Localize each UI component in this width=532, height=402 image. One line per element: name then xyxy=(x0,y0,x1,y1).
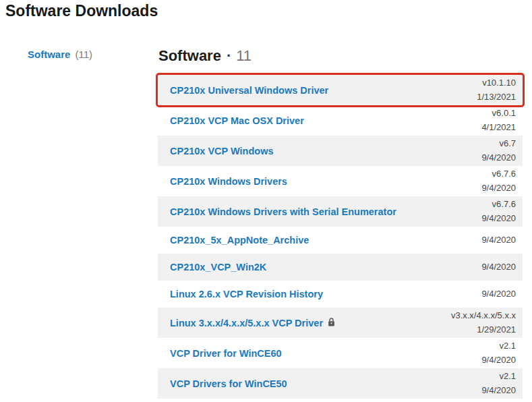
download-row: CP210x_5x_AppNote_Archive9/4/2020 xyxy=(158,227,523,254)
download-link[interactable]: Linux 3.x.x/4.x.x/5.x.x VCP Driver xyxy=(170,318,335,328)
download-row: VCP Drivers for WinCE50v2.19/4/2020 xyxy=(158,368,523,399)
list-title-count: 11 xyxy=(236,47,252,64)
download-row: CP210x_VCP_Win2K9/4/2020 xyxy=(158,254,523,281)
version-text: v2.1 xyxy=(481,370,516,383)
row-meta: v6.7.69/4/2020 xyxy=(481,167,516,194)
row-meta: v10.1.101/13/2021 xyxy=(477,76,516,103)
lock-icon xyxy=(328,318,335,326)
sidebar-link-software[interactable]: Software xyxy=(28,49,70,60)
download-row: CP210x VCP Windowsv6.79/4/2020 xyxy=(158,136,523,166)
download-link[interactable]: CP210x_VCP_Win2K xyxy=(170,262,266,272)
download-link[interactable]: CP210x Windows Drivers with Serial Enume… xyxy=(170,206,396,217)
sidebar-software-count: (11) xyxy=(76,49,93,60)
download-link[interactable]: CP210x VCP Mac OSX Driver xyxy=(170,115,304,126)
row-meta: 9/4/2020 xyxy=(481,233,516,247)
content-area: Software (11) Software·11 CP210x Univers… xyxy=(0,47,532,399)
row-meta: v6.7.69/4/2020 xyxy=(481,198,516,225)
version-text: v10.1.10 xyxy=(477,76,516,90)
version-text: v6.7 xyxy=(481,137,516,150)
download-row: Linux 3.x.x/4.x.x/5.x.x VCP Driverv3.x.x… xyxy=(158,308,523,338)
row-meta: v2.19/4/2020 xyxy=(481,370,516,397)
date-text: 9/4/2020 xyxy=(481,181,516,195)
download-link[interactable]: Linux 2.6.x VCP Revision History xyxy=(170,289,323,299)
date-text: 9/4/2020 xyxy=(481,151,516,165)
list-title: Software·11 xyxy=(158,47,523,66)
download-link[interactable]: CP210x VCP Windows xyxy=(170,146,274,156)
date-text: 9/4/2020 xyxy=(481,233,516,247)
main-panel: Software·11 CP210x Universal Windows Dri… xyxy=(158,47,523,399)
page-title: Software Downloads xyxy=(0,0,532,20)
download-link[interactable]: CP210x Windows Drivers xyxy=(170,176,287,187)
date-text: 9/4/2020 xyxy=(481,260,516,274)
list-title-separator: · xyxy=(227,47,231,64)
download-link[interactable]: CP210x Universal Windows Driver xyxy=(170,85,328,96)
download-link[interactable]: VCP Drivers for WinCE50 xyxy=(170,378,287,389)
download-row: VCP Driver for WinCE60v2.19/4/2020 xyxy=(158,338,523,368)
date-text: 9/4/2020 xyxy=(481,212,516,225)
row-meta: 9/4/2020 xyxy=(481,260,516,274)
row-meta: v6.0.14/1/2021 xyxy=(481,107,516,134)
sidebar-item-software: Software (11) xyxy=(28,49,158,61)
row-meta: v3.x.x/4.x.x/5.x.x1/29/2021 xyxy=(451,309,516,336)
download-row: CP210x Windows Driversv6.7.69/4/2020 xyxy=(158,166,523,196)
date-text: 4/1/2021 xyxy=(481,121,516,134)
download-row: CP210x VCP Mac OSX Driverv6.0.14/1/2021 xyxy=(158,105,523,136)
row-meta: v6.79/4/2020 xyxy=(481,137,516,164)
row-meta: v2.19/4/2020 xyxy=(481,339,516,366)
version-text: v3.x.x/4.x.x/5.x.x xyxy=(451,309,516,322)
version-text: v6.7.6 xyxy=(481,198,516,211)
download-list: CP210x Universal Windows Driverv10.1.101… xyxy=(158,75,523,399)
download-link[interactable]: CP210x_5x_AppNote_Archive xyxy=(170,235,309,246)
version-text: v6.0.1 xyxy=(481,107,516,120)
download-link[interactable]: VCP Driver for WinCE60 xyxy=(170,348,282,359)
date-text: 9/4/2020 xyxy=(481,384,516,397)
version-text: v2.1 xyxy=(481,339,516,353)
row-meta: 9/4/2020 xyxy=(481,287,516,301)
date-text: 9/4/2020 xyxy=(481,353,516,367)
list-title-text: Software xyxy=(158,47,221,64)
version-text: v6.7.6 xyxy=(481,167,516,181)
date-text: 1/13/2021 xyxy=(477,90,516,104)
sidebar: Software (11) xyxy=(0,47,158,399)
date-text: 1/29/2021 xyxy=(451,323,516,337)
date-text: 9/4/2020 xyxy=(481,287,516,301)
download-row: Linux 2.6.x VCP Revision History9/4/2020 xyxy=(158,281,523,308)
download-link-label: Linux 3.x.x/4.x.x/5.x.x VCP Driver xyxy=(170,318,323,328)
download-row: CP210x Universal Windows Driverv10.1.101… xyxy=(158,75,523,105)
download-row: CP210x Windows Drivers with Serial Enume… xyxy=(158,196,523,227)
